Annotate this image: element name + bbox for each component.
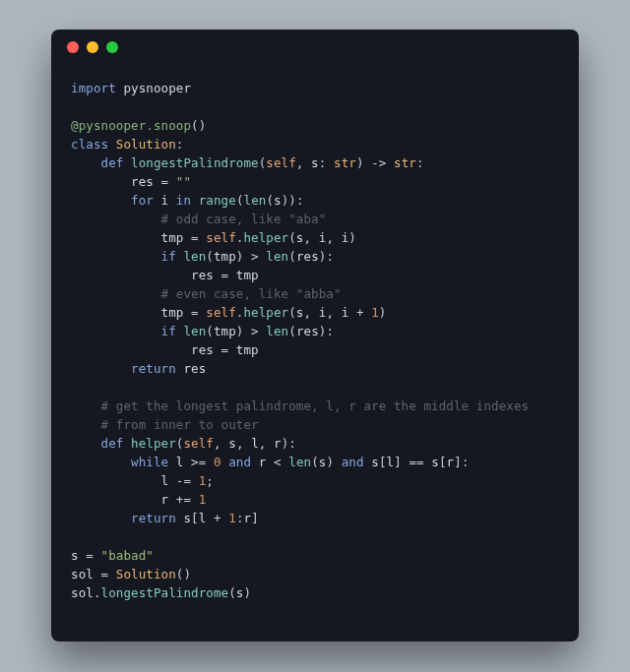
token-kw: if: [161, 249, 176, 264]
code-block: import pysnooper @pysnooper.snoop()class…: [51, 65, 579, 622]
token-var: tmp: [214, 324, 236, 338]
code-line: import pysnooper: [71, 79, 559, 97]
token-kw: for: [131, 193, 154, 208]
token-var: res: [296, 324, 319, 338]
token-op: [71, 249, 161, 264]
token-kw: while: [131, 455, 168, 469]
token-fn: len: [266, 249, 288, 264]
token-op: (): [191, 118, 206, 133]
token-fn: len: [244, 193, 267, 208]
token-var: sol: [71, 567, 94, 581]
token-kw: import: [71, 81, 116, 95]
code-line: sol = Solution(): [71, 565, 559, 583]
token-var: tmp: [236, 342, 259, 357]
token-op: [123, 436, 131, 451]
token-var: s: [311, 155, 319, 170]
token-op: [: [439, 455, 447, 469]
token-op: =: [183, 230, 206, 245]
token-fn: len: [183, 249, 206, 264]
token-par: self: [206, 305, 236, 320]
token-op: ;: [206, 473, 214, 488]
code-line: r += 1: [71, 490, 559, 509]
token-fn: len: [183, 324, 206, 338]
token-op: (: [236, 193, 244, 208]
token-op: [71, 155, 101, 170]
token-var: tmp: [161, 230, 184, 245]
minimize-icon[interactable]: [87, 41, 98, 53]
zoom-icon[interactable]: [106, 41, 118, 53]
token-op: [71, 511, 131, 525]
token-kw: def: [101, 155, 124, 170]
token-op: =: [79, 548, 101, 563]
code-line: # get the longest palindrome, l, r are t…: [71, 397, 559, 415]
code-line: sol.longestPalindrome(s): [71, 583, 559, 602]
token-kw: if: [161, 324, 176, 338]
token-op: ,: [304, 305, 319, 320]
code-line: return res: [71, 359, 559, 378]
token-dec: @pysnooper.snoop: [71, 118, 191, 133]
token-op: =: [214, 268, 236, 282]
token-op: (: [288, 305, 296, 320]
token-op: [71, 268, 191, 282]
token-op: (: [288, 249, 296, 264]
token-cls: Solution: [116, 567, 176, 581]
token-op: (): [176, 567, 191, 581]
token-op: ) >: [236, 324, 267, 338]
token-var: r: [274, 436, 282, 451]
token-op: )):: [282, 193, 304, 208]
token-op: :: [236, 511, 244, 525]
token-kw: def: [101, 436, 124, 451]
token-op: ) >: [236, 249, 267, 264]
code-line: res = "": [71, 172, 559, 191]
token-var: tmp: [161, 305, 184, 320]
token-fn: longestPalindrome: [101, 585, 229, 600]
token-var: s: [296, 305, 304, 320]
token-par: self: [206, 230, 236, 245]
token-op: ) ->: [356, 155, 394, 170]
token-op: (: [288, 324, 296, 338]
token-var: res: [191, 268, 214, 282]
token-op: ):: [282, 436, 296, 451]
token-op: ]:: [454, 455, 469, 469]
token-op: [71, 286, 161, 301]
token-fn: range: [199, 193, 236, 208]
token-op: [71, 324, 161, 338]
token-fn: longestPalindrome: [131, 155, 259, 170]
token-op: ):: [319, 249, 334, 264]
token-num: 1: [199, 492, 207, 507]
token-cmt: # odd case, like "aba": [161, 212, 327, 226]
token-op: [71, 212, 161, 226]
close-icon[interactable]: [67, 41, 79, 53]
token-op: [71, 417, 101, 432]
code-line: [71, 378, 559, 397]
token-kw: and: [228, 455, 251, 469]
code-line: def helper(self, s, l, r):: [71, 434, 559, 453]
token-op: (: [228, 585, 236, 600]
token-var: res: [183, 361, 206, 376]
token-num: 1: [371, 305, 379, 320]
code-line: [71, 97, 559, 116]
token-op: ,: [296, 155, 311, 170]
token-op: [168, 455, 176, 469]
token-str: "": [176, 174, 191, 189]
token-op: .: [94, 585, 101, 600]
token-cmt: # get the longest palindrome, l, r are t…: [101, 398, 530, 413]
token-op: +: [206, 511, 228, 525]
token-op: [71, 305, 161, 320]
token-op: [71, 473, 161, 488]
token-op: [71, 455, 131, 469]
code-line: class Solution:: [71, 135, 559, 153]
token-var: r: [244, 511, 252, 525]
token-cls: Solution: [116, 137, 176, 152]
token-fn: helper: [243, 230, 288, 245]
token-op: (: [288, 230, 296, 245]
token-op: =: [154, 174, 176, 189]
token-kw: return: [131, 361, 176, 376]
token-op: [71, 193, 131, 208]
code-line: res = tmp: [71, 266, 559, 284]
token-fn: len: [288, 455, 311, 469]
token-op: ):: [319, 324, 334, 338]
token-fn: helper: [131, 436, 176, 451]
token-op: [71, 492, 161, 507]
token-op: [154, 193, 161, 208]
